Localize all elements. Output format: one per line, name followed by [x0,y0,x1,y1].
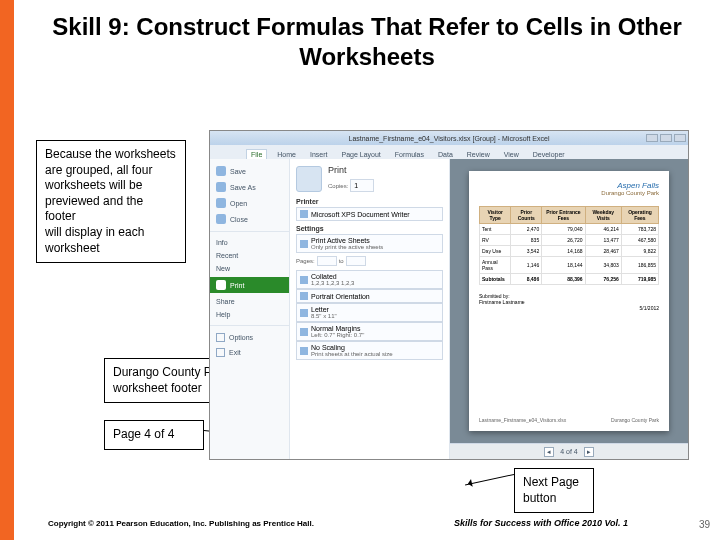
nav-info[interactable]: Info [210,236,289,249]
tab-home[interactable]: Home [273,150,300,159]
slide-title: Skill 9: Construct Formulas That Refer t… [14,0,720,80]
nav-separator [210,231,289,232]
nav-save-as[interactable]: Save As [210,179,289,195]
callout-grouped: Because the worksheets are grouped, all … [36,140,186,263]
backstage-body: Save Save As Open Close Info Recent New … [210,159,688,459]
window-buttons [646,134,686,142]
copies-label: Copies: [328,183,348,189]
nav-print[interactable]: Print [210,277,289,293]
tab-file[interactable]: File [246,149,267,159]
tab-review[interactable]: Review [463,150,494,159]
book-title: Skills for Success with Office 2010 Vol.… [454,518,628,528]
setting-collated[interactable]: Collated1,2,3 1,2,3 1,2,3 [296,270,443,289]
printer-icon [300,210,308,218]
table-row: RV83526,72013,477467,580 [480,235,659,246]
nav-new[interactable]: New [210,262,289,275]
table-row: Annual Pass1,14618,14434,803186,855 [480,257,659,274]
save-icon [216,166,226,176]
printer-select[interactable]: Microsoft XPS Document Writer [296,207,443,221]
preview-date: 5/1/2012 [479,305,659,311]
callout-next-page: Next Page button [514,468,594,513]
nav-open[interactable]: Open [210,195,289,211]
copies-input[interactable]: 1 [350,179,374,192]
nav-share[interactable]: Share [210,295,289,308]
nav-options[interactable]: Options [210,330,289,345]
tab-formulas[interactable]: Formulas [391,150,428,159]
save-as-icon [216,182,226,192]
printer-section: Printer [296,198,443,205]
tab-view[interactable]: View [500,150,523,159]
ribbon-tabs: File Home Insert Page Layout Formulas Da… [210,145,688,159]
arrow-next-page [465,474,514,485]
pages-from-input[interactable] [317,256,337,266]
exit-icon [216,348,225,357]
setting-margins[interactable]: Normal MarginsLeft: 0.7" Right: 0.7" [296,322,443,341]
page-counter: 4 of 4 [560,448,578,455]
preview-viewport: Aspen Falls Durango County Park Visitor … [450,159,688,443]
print-settings-panel: Print Copies: 1 Printer Microsoft XPS Do… [290,159,450,459]
nav-save[interactable]: Save [210,163,289,179]
settings-section: Settings [296,225,443,232]
table-header-row: Visitor Type Prior Counts Prior Entrance… [480,207,659,224]
tab-insert[interactable]: Insert [306,150,332,159]
margins-icon [300,328,308,336]
tab-data[interactable]: Data [434,150,457,159]
maximize-button[interactable] [660,134,672,142]
excel-screenshot: Lastname_Firstname_e04_Visitors.xlsx [Gr… [209,130,689,460]
print-big-icon[interactable] [296,166,322,192]
prev-page-button[interactable]: ◂ [544,447,554,457]
slide-page-number: 39 [699,519,710,530]
footer-right: Durango County Park [611,417,659,423]
close-file-icon [216,214,226,224]
next-page-button[interactable]: ▸ [584,447,594,457]
pages-to-input[interactable] [346,256,366,266]
table-row: Tent2,47079,04046,214783,728 [480,224,659,235]
footer-left: Lastname_Firstname_e04_Visitors.xlsx [479,417,566,423]
print-preview-area: Aspen Falls Durango County Park Visitor … [450,159,688,459]
preview-footer: Lastname_Firstname_e04_Visitors.xlsx Dur… [479,417,659,423]
nav-help[interactable]: Help [210,308,289,321]
table-row-subtotal: Subtotals8,48688,39676,256719,985 [480,274,659,285]
tab-developer[interactable]: Developer [529,150,569,159]
setting-scaling[interactable]: No ScalingPrint sheets at their actual s… [296,341,443,360]
paper-icon [300,309,308,317]
print-button-group: Print Copies: 1 [296,165,443,192]
nav-separator-2 [210,325,289,326]
print-icon [216,280,226,290]
copyright-text: Copyright © 2011 Pearson Education, Inc.… [48,519,314,528]
minimize-button[interactable] [646,134,658,142]
preview-subtitle: Durango County Park [479,190,659,196]
nav-close[interactable]: Close [210,211,289,227]
print-header: Print [328,165,374,175]
accent-bar [0,0,14,540]
slide: Skill 9: Construct Formulas That Refer t… [14,0,720,540]
sheets-icon [300,240,308,248]
preview-page: Aspen Falls Durango County Park Visitor … [469,171,669,431]
setting-sheets[interactable]: Print Active SheetsOnly print the active… [296,234,443,253]
close-button[interactable] [674,134,686,142]
window-titlebar: Lastname_Firstname_e04_Visitors.xlsx [Gr… [210,131,688,145]
open-icon [216,198,226,208]
scaling-icon [300,347,308,355]
nav-recent[interactable]: Recent [210,249,289,262]
window-title: Lastname_Firstname_e04_Visitors.xlsx [Gr… [348,135,549,142]
tab-page-layout[interactable]: Page Layout [337,150,384,159]
backstage-nav: Save Save As Open Close Info Recent New … [210,159,290,459]
preview-table: Visitor Type Prior Counts Prior Entrance… [479,206,659,285]
nav-exit[interactable]: Exit [210,345,289,360]
collated-icon [300,276,308,284]
callout-page-indicator: Page 4 of 4 [104,420,204,450]
preview-status-bar: ◂ 4 of 4 ▸ [450,443,688,459]
orientation-icon [300,292,308,300]
table-row: Day Use3,54214,16828,4679,822 [480,246,659,257]
options-icon [216,333,225,342]
setting-orientation[interactable]: Portrait Orientation [296,289,443,303]
setting-paper[interactable]: Letter8.5" x 11" [296,303,443,322]
pages-label: Pages: [296,258,315,264]
preview-park-name: Aspen Falls [479,181,659,190]
